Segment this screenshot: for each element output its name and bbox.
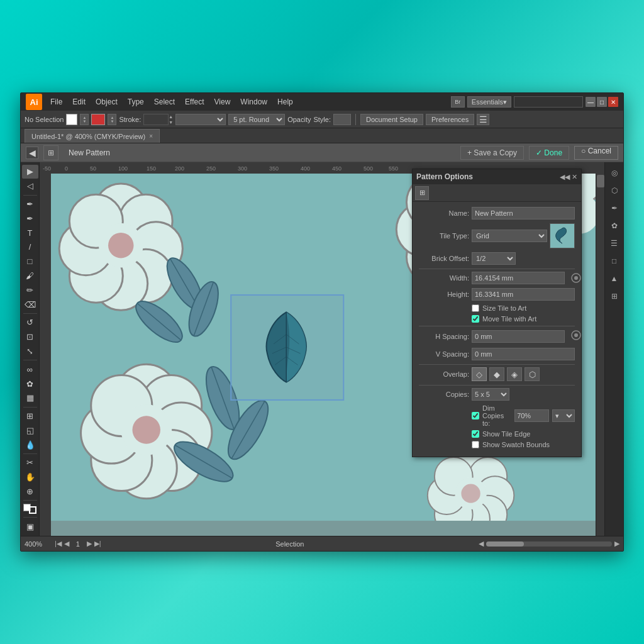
scrollbar-thumb-h[interactable] [486, 541, 524, 547]
minimize-button[interactable]: — [586, 97, 596, 107]
tab-close-button[interactable]: × [149, 133, 153, 140]
tool-direct-select[interactable]: ◁ [22, 179, 38, 193]
close-button[interactable]: ✕ [608, 97, 618, 107]
scrollbar-vertical[interactable] [596, 174, 604, 536]
v-spacing-input[interactable] [472, 348, 575, 360]
menu-help[interactable]: Help [273, 96, 297, 108]
preferences-button[interactable]: Preferences [426, 114, 474, 125]
artboards-button[interactable]: ⊞ [606, 288, 623, 304]
tool-change-screen[interactable]: ▣ [22, 519, 38, 533]
scroll-left-button[interactable]: ◀ [479, 540, 484, 548]
menu-object[interactable]: Object [91, 96, 122, 108]
arrange-button[interactable]: ☰ [477, 114, 489, 125]
prev-page-button[interactable]: ◀ [64, 540, 69, 548]
tool-eyedropper[interactable]: 💧 [22, 438, 38, 452]
h-spacing-link[interactable] [570, 329, 582, 344]
dim-copies-checkbox[interactable] [472, 412, 479, 419]
layers-button[interactable]: ▲ [606, 270, 623, 287]
save-copy-button[interactable]: + Save a Copy [460, 146, 524, 160]
style-box[interactable] [333, 114, 351, 125]
tool-eraser[interactable]: ⌫ [22, 297, 38, 311]
tile-type-select[interactable]: Grid [472, 230, 547, 242]
document-tab[interactable]: Untitled-1* @ 400% (CMYK/Preview) × [25, 129, 160, 143]
tool-line[interactable]: / [22, 240, 38, 254]
panel-title-bar[interactable]: Pattern Options ◀◀ ✕ [413, 169, 581, 184]
tool-hand[interactable]: ✋ [22, 470, 38, 484]
name-input[interactable] [472, 207, 575, 219]
tool-add-anchor[interactable]: ✒ [22, 211, 38, 225]
workspace-button[interactable]: Essentials ▾ [467, 96, 511, 108]
menu-view[interactable]: View [210, 96, 235, 108]
overlap-btn-2[interactable]: ◆ [489, 367, 504, 381]
tool-paintbrush[interactable]: 🖌 [22, 269, 38, 283]
scroll-right-button[interactable]: ▶ [614, 540, 619, 548]
back-button[interactable]: ◀ [26, 147, 38, 159]
menu-edit[interactable]: Edit [68, 96, 90, 108]
first-page-button[interactable]: |◀ [55, 540, 62, 548]
tool-zoom[interactable]: ⊕ [22, 485, 38, 499]
stroke-indicator[interactable] [29, 506, 36, 514]
maximize-button[interactable]: □ [597, 97, 607, 107]
done-button[interactable]: ✓ Done [529, 146, 569, 160]
tool-scissors[interactable]: ✂ [22, 456, 38, 470]
menu-file[interactable]: File [46, 96, 67, 108]
overlap-btn-1[interactable]: ◇ [472, 367, 487, 381]
stroke-up-arrow[interactable]: ▲ [169, 114, 173, 119]
tool-blend[interactable]: ∞ [22, 362, 38, 376]
stroke-value-input[interactable] [143, 114, 169, 125]
tool-mesh[interactable]: ⊞ [22, 409, 38, 423]
tool-columnGraph[interactable]: ▦ [22, 391, 38, 405]
size-tile-checkbox[interactable] [472, 304, 479, 312]
panel-collapse-button[interactable]: ◀◀ [560, 173, 570, 181]
symbols-panel-button[interactable]: ✿ [606, 218, 623, 234]
menu-window[interactable]: Window [236, 96, 272, 108]
variable-select[interactable] [175, 114, 226, 125]
menu-effect[interactable]: Effect [180, 96, 208, 108]
move-tile-checkbox[interactable] [472, 315, 479, 323]
height-input[interactable] [472, 288, 575, 301]
graphic-styles-button[interactable]: ☰ [606, 235, 623, 252]
width-input[interactable] [472, 272, 565, 284]
copies-select[interactable]: 5 x 5 [472, 388, 509, 401]
stroke-down-arrow[interactable]: ▼ [169, 119, 173, 125]
dim-select[interactable]: ▾ [552, 409, 575, 422]
tool-pencil[interactable]: ✏ [22, 283, 38, 297]
show-tile-checkbox[interactable] [472, 430, 479, 438]
menu-select[interactable]: Select [150, 96, 179, 108]
overlap-btn-4[interactable]: ⬡ [525, 367, 540, 381]
show-swatch-checkbox[interactable] [472, 441, 479, 448]
brick-offset-select[interactable]: 1/2 [472, 252, 516, 265]
menu-type[interactable]: Type [123, 96, 148, 108]
panel-icon-button[interactable]: ⊞ [415, 186, 429, 200]
tool-gradient[interactable]: ◱ [22, 423, 38, 437]
canvas-area[interactable]: -50 0 50 100 150 200 250 300 350 400 450… [40, 162, 604, 536]
pattern-icon-button[interactable]: ⊞ [43, 145, 58, 160]
last-page-button[interactable]: ▶| [94, 540, 101, 548]
horizontal-scrollbar[interactable] [486, 541, 612, 547]
bridge-button[interactable]: Br [451, 96, 465, 108]
overlap-btn-3[interactable]: ◈ [507, 367, 522, 381]
appearance-button[interactable]: □ [606, 253, 623, 269]
fill-swatch[interactable] [66, 114, 77, 125]
doc-setup-button[interactable]: Document Setup [360, 114, 423, 125]
tool-warp[interactable]: ⤡ [22, 345, 38, 358]
h-spacing-input[interactable] [472, 330, 565, 343]
brushes-panel-button[interactable]: ✒ [606, 200, 623, 216]
cancel-button[interactable]: ○ Cancel [574, 146, 618, 160]
stroke-arrow[interactable]: ▲ ▼ [108, 114, 116, 125]
next-page-button[interactable]: ▶ [87, 540, 92, 548]
tool-rect[interactable]: □ [22, 255, 38, 269]
dim-value-input[interactable] [514, 409, 549, 422]
tool-symbolsprayer[interactable]: ✿ [22, 377, 38, 391]
stroke-color-swatch[interactable] [91, 114, 105, 125]
swatches-panel-button[interactable]: ⬡ [606, 182, 623, 199]
color-panel-button[interactable]: ◎ [606, 165, 623, 181]
tool-select[interactable]: ▶ [22, 165, 38, 179]
tool-scale[interactable]: ⊡ [22, 330, 38, 344]
link-dimensions-button[interactable] [570, 272, 582, 284]
scrollbar-thumb-v[interactable] [597, 175, 604, 187]
fill-arrow[interactable]: ▲ ▼ [80, 114, 89, 125]
search-input[interactable] [514, 96, 583, 108]
tool-type[interactable]: T [22, 226, 38, 240]
panel-close-button[interactable]: ✕ [572, 173, 577, 181]
